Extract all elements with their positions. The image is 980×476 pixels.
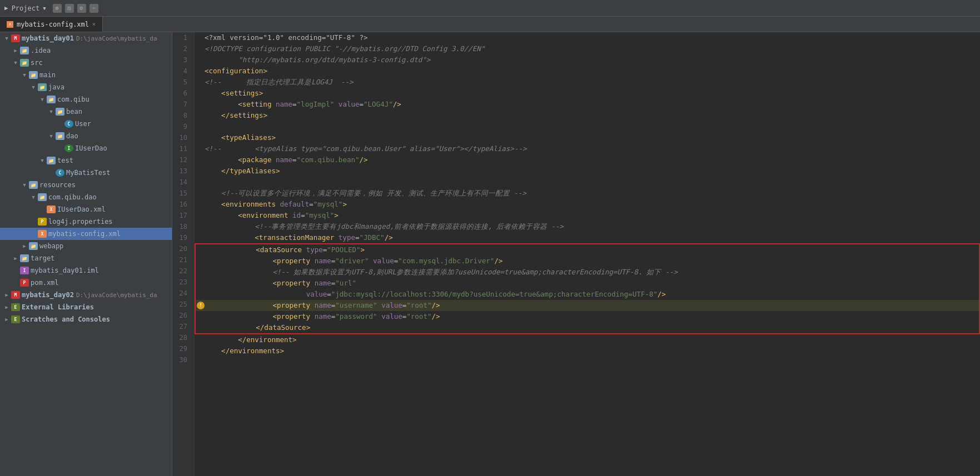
code-line-28: </environment>	[195, 334, 980, 345]
sidebar-item-com.qibu[interactable]: ▼📁com.qibu	[0, 93, 172, 106]
code-line-26: <property name="password" value="root"/>	[196, 311, 979, 322]
line-number: 1	[177, 32, 190, 43]
globe-icon[interactable]: ⊕	[53, 4, 62, 13]
editor-area: 1234567891011121314151617181920212223242…	[172, 32, 980, 476]
tree-item-label: .idea	[31, 47, 51, 54]
xml-bracket: <	[205, 133, 226, 142]
sidebar-item-external-libraries[interactable]: ▶EExternal Libraries	[0, 301, 172, 313]
xml-text	[310, 312, 315, 320]
xml-text	[271, 100, 276, 108]
tree-item-label: mybatis-config.xml	[48, 230, 121, 238]
xml-bracket: </	[206, 323, 264, 332]
xml-value: "POOLED"	[327, 245, 360, 254]
sidebar-item-dao[interactable]: ▼📁dao	[0, 130, 172, 142]
xml-bracket: </	[205, 347, 230, 355]
xml-bracket: >	[342, 200, 347, 208]
split-icon[interactable]: ⊟	[65, 4, 74, 13]
sidebar-item-bean[interactable]: ▼📁bean	[0, 106, 172, 118]
xml-text: =	[327, 290, 331, 298]
line-number: 13	[177, 166, 190, 177]
line-number: 6	[177, 88, 190, 99]
xml-bracket: </	[205, 335, 246, 344]
xml-value: "logImpl"	[297, 100, 335, 108]
tree-arrow: ▼	[11, 60, 20, 66]
code-line-2: <!DOCTYPE configuration PUBLIC "-//mybat…	[195, 43, 980, 54]
code-line-11: <!-- <typeAlias type="com.qibu.bean.User…	[195, 143, 980, 154]
xml-comment: <!-- 指定日志代理工具是LOG4J -->	[205, 78, 354, 86]
editor-content: 1234567891011121314151617181920212223242…	[172, 32, 980, 476]
line-numbers: 1234567891011121314151617181920212223242…	[172, 32, 195, 476]
sidebar-item-mybatis_day02[interactable]: ▶Mmybatis_day02D:\javaCode\mybatis_da	[0, 289, 172, 301]
tree-item-label: IUserDao.xml	[57, 206, 106, 213]
sidebar-item-com.qibu.dao[interactable]: ▼📁com.qibu.dao	[0, 191, 172, 203]
code-tokens-21: <property name="driver" value="com.mysql…	[206, 255, 503, 267]
tab-bar: X mybatis-config.xml ×	[0, 17, 980, 32]
xml-attr: name	[276, 100, 292, 108]
sidebar-item-java[interactable]: ▼📁java	[0, 81, 172, 93]
sidebar-item-idea[interactable]: ▶📁.idea	[0, 44, 172, 57]
line-number: 10	[177, 132, 190, 143]
sidebar-item-MyBatisTest[interactable]: CMyBatisTest	[0, 167, 172, 179]
xml-comment: <!-- <typeAlias type="com.qibu.bean.User…	[205, 144, 526, 153]
xml-value: "url"	[335, 279, 356, 287]
tree-item-label: mybatis_day01.iml	[31, 267, 99, 274]
sidebar-item-pom.xml[interactable]: Ppom.xml	[0, 277, 172, 289]
xml-text	[288, 211, 293, 219]
code-tokens-4: <configuration>	[205, 66, 267, 77]
tab-mybatis-config[interactable]: X mybatis-config.xml ×	[0, 17, 103, 32]
sidebar-item-mybatis_day01[interactable]: ▼Mmybatis_day01D:\javaCode\mybatis_da	[0, 32, 172, 44]
tree-arrow: ▶	[11, 255, 20, 261]
sidebar-item-target[interactable]: ▶📁target	[0, 252, 172, 264]
tab-close-button[interactable]: ×	[92, 21, 96, 27]
tree-item-label: test	[57, 157, 73, 164]
tree-item-label: webapp	[39, 242, 63, 250]
line-number: 2	[177, 43, 190, 54]
folder-icon: 📁	[20, 254, 29, 262]
line-number: 24	[177, 288, 190, 299]
xml-icon: X	[38, 230, 47, 238]
tree-item-label: MyBatisTest	[66, 169, 110, 177]
line-number: 3	[177, 54, 190, 66]
minimize-icon[interactable]: −	[89, 4, 98, 13]
xml-bracket: <	[205, 233, 259, 242]
sidebar-item-scratches[interactable]: ▶EScratches and Consoles	[0, 313, 172, 325]
xml-bracket: <	[206, 312, 277, 320]
sidebar-item-log4j.properties[interactable]: Plog4j.properties	[0, 216, 172, 228]
sidebar-item-webapp[interactable]: ▶📁webapp	[0, 240, 172, 252]
sidebar-item-mybatis_day01.iml[interactable]: Imybatis_day01.iml	[0, 264, 172, 277]
code-tokens-7: <setting name="logImpl" value="LOG4J"/>	[205, 99, 401, 110]
tree-item-label: Scratches and Consoles	[22, 315, 110, 323]
xml-tag: package	[242, 156, 272, 164]
code-tokens-22: <!-- 如果数据库设置为UTF-8,则URL参数连接需要添加?useUnico…	[206, 267, 678, 278]
sidebar-item-main[interactable]: ▼📁main	[0, 69, 172, 81]
line-number: 7	[177, 99, 190, 110]
tree-item-label: com.qibu	[57, 96, 89, 103]
code-editor[interactable]: <?xml version="1.0" encoding="UTF-8" ?><…	[195, 32, 980, 476]
xml-attr: name	[315, 312, 331, 320]
line-number: 18	[177, 221, 190, 232]
tree-item-label: src	[31, 59, 43, 67]
tree-item-label: IUserDao	[75, 144, 107, 152]
gear-icon[interactable]: ⚙	[77, 4, 86, 13]
xml-attr: value	[306, 290, 327, 298]
code-tokens-1: <?xml version="1.0" encoding="UTF-8" ?>	[205, 32, 368, 43]
hint-icon[interactable]: !	[197, 302, 205, 309]
sidebar-item-test[interactable]: ▼📁test	[0, 154, 172, 167]
sidebar-item-IUserDao[interactable]: IIUserDao	[0, 142, 172, 154]
dropdown-icon[interactable]: ▼	[43, 6, 46, 11]
code-line-4: <configuration>	[195, 66, 980, 77]
code-line-25: ! <property name="username" value="root"…	[196, 300, 979, 311]
xml-text	[271, 156, 276, 164]
sidebar-item-src[interactable]: ▼📁src	[0, 57, 172, 69]
sidebar-item-mybatis-config.xml[interactable]: Xmybatis-config.xml	[0, 228, 172, 240]
tree-arrow: ▼	[38, 158, 47, 163]
sidebar-item-User[interactable]: CUser	[0, 118, 172, 130]
sidebar-item-resources[interactable]: ▼📁resources	[0, 179, 172, 191]
xml-attr: name	[315, 257, 331, 265]
code-tokens-26: <property name="password" value="root"/>	[206, 311, 440, 322]
sidebar-item-IUserDao.xml[interactable]: XIUserDao.xml	[0, 203, 172, 216]
line-number: 4	[177, 66, 190, 77]
xml-bracket: >	[334, 211, 339, 219]
gutter-25: !	[196, 302, 206, 309]
tree-arrow: ▶	[2, 304, 11, 310]
